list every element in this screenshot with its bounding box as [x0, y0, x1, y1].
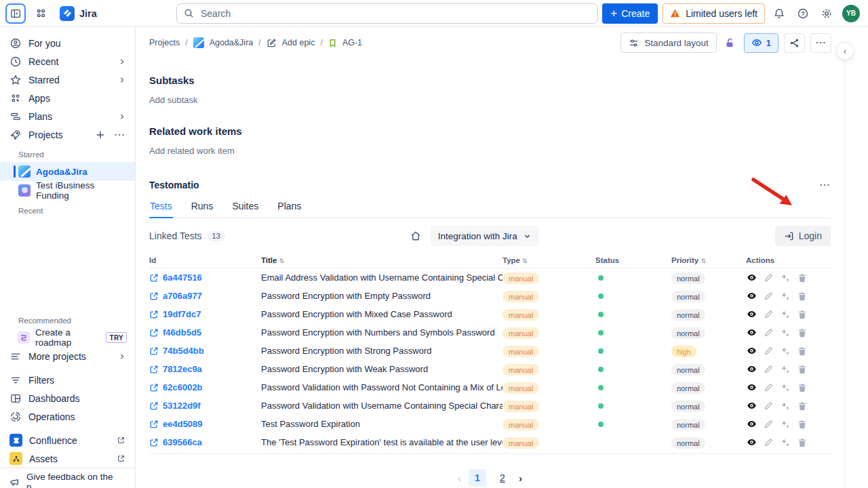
ai-generate-button[interactable] — [780, 272, 791, 283]
app-switcher-button[interactable] — [31, 4, 50, 23]
user-avatar[interactable]: YB — [842, 5, 860, 22]
view-test-button[interactable] — [746, 346, 757, 357]
limited-users-button[interactable]: Limited users left — [663, 3, 765, 24]
ai-generate-button[interactable] — [780, 382, 791, 393]
column-header-priority[interactable]: Priority⇅ — [671, 256, 746, 264]
breadcrumb-issue-key[interactable]: AG-1 — [342, 38, 362, 47]
sidebar-item-assets[interactable]: Assets — [0, 449, 135, 468]
sidebar-item-starred[interactable]: Starred — [0, 70, 135, 89]
table-row[interactable]: 62c6002b Password Validation with Passwo… — [149, 378, 831, 396]
ai-generate-button[interactable] — [780, 309, 791, 320]
test-id-link[interactable]: 6a447516 — [163, 272, 202, 283]
sidebar-item-confluence[interactable]: Confluence — [0, 431, 135, 449]
redacted-recent-item[interactable] — [0, 291, 135, 310]
delete-test-button[interactable] — [797, 364, 808, 375]
table-row[interactable]: 74b5d4bb Password Encryption with Strong… — [149, 342, 831, 360]
table-row[interactable]: a706a977 Password Encryption with Empty … — [149, 287, 831, 305]
delete-test-button[interactable] — [797, 272, 808, 283]
ai-generate-button[interactable] — [780, 419, 791, 430]
table-row[interactable]: 639566ca The 'Test Password Expiration' … — [149, 433, 831, 451]
jira-logo[interactable]: Jira — [60, 6, 97, 21]
sidebar-item-plans[interactable]: Plans — [0, 107, 135, 125]
sidebar-item-more-projects[interactable]: More projects — [0, 347, 135, 365]
ai-generate-button[interactable] — [780, 346, 791, 357]
view-test-button[interactable] — [746, 419, 757, 430]
tab-tests[interactable]: Tests — [149, 201, 173, 218]
add-subtask-button[interactable]: Add subtask — [149, 95, 831, 105]
more-actions-button[interactable]: ⋯ — [810, 33, 831, 53]
test-id-link[interactable]: 19df7dc7 — [163, 309, 201, 319]
redacted-recent-item[interactable] — [0, 255, 135, 273]
test-id-link[interactable]: f46db5d5 — [163, 327, 201, 338]
view-test-button[interactable] — [746, 401, 757, 411]
ai-generate-button[interactable] — [780, 364, 791, 375]
edit-test-button[interactable] — [763, 309, 774, 320]
sidebar-project-agoda-jira[interactable]: Agoda&Jira — [0, 162, 135, 181]
table-row[interactable]: 53122d9f Password Validation with Userna… — [149, 396, 831, 415]
delete-test-button[interactable] — [797, 291, 808, 302]
edit-test-button[interactable] — [763, 327, 774, 338]
sidebar-item-projects[interactable]: Projects ⋯ — [0, 125, 135, 144]
tab-runs[interactable]: Runs — [191, 201, 214, 218]
delete-test-button[interactable] — [797, 437, 808, 448]
standard-layout-button[interactable]: Standard layout — [620, 33, 717, 53]
sidebar-item-create-roadmap[interactable]: Create a roadmap TRY — [0, 328, 135, 347]
test-id-link[interactable]: 62c6002b — [163, 382, 203, 392]
redacted-recent-item[interactable] — [0, 218, 135, 237]
watchers-button[interactable]: 1 — [744, 33, 778, 53]
page-2-button[interactable]: 2 — [494, 469, 511, 487]
edit-test-button[interactable] — [763, 291, 774, 302]
test-id-link[interactable]: ee4d5089 — [163, 419, 203, 429]
table-row[interactable]: ee4d5089 Test Password Expiration manual… — [149, 415, 831, 433]
column-header-type[interactable]: Type⇅ — [502, 256, 595, 264]
view-test-button[interactable] — [746, 291, 757, 302]
collapse-panel-button[interactable]: ‹ — [837, 43, 853, 59]
tab-plans[interactable]: Plans — [277, 201, 302, 218]
delete-test-button[interactable] — [797, 419, 808, 430]
view-test-button[interactable] — [746, 382, 757, 393]
ai-generate-button[interactable] — [780, 437, 791, 448]
ai-generate-button[interactable] — [780, 401, 791, 411]
add-project-icon[interactable] — [96, 131, 104, 139]
create-button[interactable]: + Create — [602, 3, 658, 24]
edit-test-button[interactable] — [763, 364, 774, 375]
redacted-recent-item[interactable] — [0, 237, 135, 255]
ai-generate-button[interactable] — [780, 327, 791, 338]
breadcrumb-project[interactable]: Agoda&Jira — [210, 38, 254, 47]
edit-test-button[interactable] — [763, 382, 774, 393]
delete-test-button[interactable] — [797, 309, 808, 320]
view-test-button[interactable] — [746, 437, 757, 448]
redacted-recent-item[interactable] — [0, 273, 135, 291]
edit-test-button[interactable] — [763, 346, 774, 357]
view-test-button[interactable] — [746, 272, 757, 283]
view-test-button[interactable] — [746, 364, 757, 375]
test-id-link[interactable]: a706a977 — [163, 291, 202, 301]
view-test-button[interactable] — [746, 309, 757, 320]
search-input[interactable] — [199, 7, 591, 20]
sidebar-item-dashboards[interactable]: Dashboards — [0, 389, 135, 407]
test-id-link[interactable]: 7812ec9a — [163, 364, 202, 374]
sidebar-item-filters[interactable]: Filters — [0, 371, 135, 389]
delete-test-button[interactable] — [797, 327, 808, 338]
sidebar-toggle-button[interactable] — [5, 3, 26, 24]
column-header-id[interactable]: Id — [149, 256, 261, 264]
delete-test-button[interactable] — [797, 401, 808, 411]
integration-filter-dropdown[interactable]: Integration with Jira — [431, 226, 538, 246]
sidebar-item-recent[interactable]: Recent — [0, 52, 135, 70]
test-id-link[interactable]: 74b5d4bb — [163, 346, 204, 356]
edit-test-button[interactable] — [763, 437, 774, 448]
share-button[interactable] — [784, 33, 805, 53]
unlock-button[interactable] — [722, 33, 738, 52]
give-feedback-button[interactable]: Give feedback on the n... — [0, 468, 135, 488]
table-row[interactable]: f46db5d5 Password Encryption with Number… — [149, 323, 831, 342]
ai-generate-button[interactable] — [780, 291, 791, 302]
breadcrumb-projects[interactable]: Projects — [149, 38, 180, 47]
sidebar-item-for-you[interactable]: For you — [0, 34, 135, 52]
table-row[interactable]: 6a447516 Email Address Validation with U… — [149, 268, 831, 287]
test-id-link[interactable]: 639566ca — [163, 437, 202, 447]
global-search[interactable] — [176, 3, 598, 24]
delete-test-button[interactable] — [797, 382, 808, 393]
table-row[interactable]: 7812ec9a Password Encryption with Weak P… — [149, 360, 831, 378]
home-button[interactable] — [408, 228, 424, 244]
table-row[interactable]: 19df7dc7 Password Encryption with Mixed … — [149, 305, 831, 323]
